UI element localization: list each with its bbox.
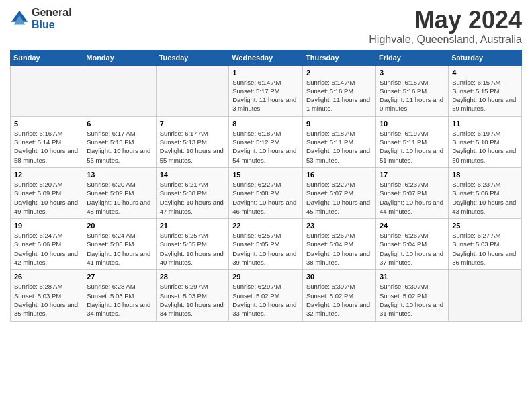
day-of-week-header: Friday	[375, 50, 448, 65]
calendar-week-row: 19Sunrise: 6:24 AM Sunset: 5:06 PM Dayli…	[11, 219, 522, 270]
calendar-week-row: 5Sunrise: 6:16 AM Sunset: 5:14 PM Daylig…	[11, 116, 522, 167]
calendar-cell: 2Sunrise: 6:14 AM Sunset: 5:16 PM Daylig…	[303, 65, 376, 116]
calendar-cell: 7Sunrise: 6:17 AM Sunset: 5:13 PM Daylig…	[156, 116, 229, 167]
calendar-header: SundayMondayTuesdayWednesdayThursdayFrid…	[11, 50, 522, 65]
day-number: 7	[160, 120, 226, 128]
calendar-cell: 17Sunrise: 6:23 AM Sunset: 5:07 PM Dayli…	[375, 167, 448, 218]
day-number: 24	[380, 222, 445, 230]
day-number: 4	[452, 68, 518, 77]
day-of-week-header: Sunday	[11, 50, 83, 65]
calendar-cell: 28Sunrise: 6:29 AM Sunset: 5:03 PM Dayli…	[156, 270, 229, 321]
day-number: 19	[14, 222, 79, 230]
calendar-cell	[83, 65, 156, 116]
day-of-week-header: Thursday	[303, 50, 376, 65]
day-info: Sunrise: 6:30 AM Sunset: 5:02 PM Dayligh…	[306, 282, 372, 318]
title-section: May 2024 Highvale, Queensland, Australia	[369, 7, 522, 46]
day-info: Sunrise: 6:18 AM Sunset: 5:11 PM Dayligh…	[306, 129, 372, 165]
day-info: Sunrise: 6:18 AM Sunset: 5:12 PM Dayligh…	[232, 129, 299, 165]
day-number: 13	[87, 171, 152, 179]
day-info: Sunrise: 6:28 AM Sunset: 5:03 PM Dayligh…	[14, 282, 79, 318]
calendar-cell: 6Sunrise: 6:17 AM Sunset: 5:13 PM Daylig…	[83, 116, 156, 167]
calendar-cell: 18Sunrise: 6:23 AM Sunset: 5:06 PM Dayli…	[449, 167, 522, 218]
page-header: General Blue May 2024 Highvale, Queensla…	[10, 7, 522, 46]
calendar-cell: 14Sunrise: 6:21 AM Sunset: 5:08 PM Dayli…	[156, 167, 229, 218]
day-number: 12	[14, 171, 79, 179]
day-of-week-header: Monday	[83, 50, 156, 65]
calendar-cell: 13Sunrise: 6:20 AM Sunset: 5:09 PM Dayli…	[83, 167, 156, 218]
logo-general: General	[32, 7, 72, 19]
day-info: Sunrise: 6:14 AM Sunset: 5:17 PM Dayligh…	[232, 78, 299, 113]
day-number: 29	[232, 273, 299, 281]
day-info: Sunrise: 6:19 AM Sunset: 5:10 PM Dayligh…	[452, 129, 518, 165]
day-number: 2	[306, 68, 372, 77]
header-row: SundayMondayTuesdayWednesdayThursdayFrid…	[11, 50, 522, 65]
day-number: 3	[380, 68, 445, 77]
day-info: Sunrise: 6:17 AM Sunset: 5:13 PM Dayligh…	[87, 129, 152, 165]
day-of-week-header: Tuesday	[156, 50, 229, 65]
day-number: 6	[87, 120, 152, 128]
calendar-cell: 19Sunrise: 6:24 AM Sunset: 5:06 PM Dayli…	[11, 219, 83, 270]
calendar-cell: 12Sunrise: 6:20 AM Sunset: 5:09 PM Dayli…	[11, 167, 83, 218]
calendar-cell: 24Sunrise: 6:26 AM Sunset: 5:04 PM Dayli…	[375, 219, 448, 270]
day-info: Sunrise: 6:21 AM Sunset: 5:08 PM Dayligh…	[160, 180, 226, 216]
calendar-cell: 1Sunrise: 6:14 AM Sunset: 5:17 PM Daylig…	[229, 65, 303, 116]
day-info: Sunrise: 6:20 AM Sunset: 5:09 PM Dayligh…	[14, 180, 79, 216]
day-info: Sunrise: 6:25 AM Sunset: 5:05 PM Dayligh…	[232, 231, 299, 267]
day-number: 26	[14, 273, 79, 281]
day-info: Sunrise: 6:25 AM Sunset: 5:05 PM Dayligh…	[160, 231, 226, 267]
day-number: 10	[380, 120, 445, 128]
day-number: 27	[87, 273, 152, 281]
calendar-cell: 3Sunrise: 6:15 AM Sunset: 5:16 PM Daylig…	[375, 65, 448, 116]
day-info: Sunrise: 6:28 AM Sunset: 5:03 PM Dayligh…	[87, 282, 152, 318]
day-number: 8	[232, 120, 299, 128]
calendar-cell: 21Sunrise: 6:25 AM Sunset: 5:05 PM Dayli…	[156, 219, 229, 270]
day-number: 5	[14, 120, 79, 128]
calendar-cell	[156, 65, 229, 116]
day-number: 21	[160, 222, 226, 230]
day-info: Sunrise: 6:24 AM Sunset: 5:06 PM Dayligh…	[14, 231, 79, 267]
day-info: Sunrise: 6:23 AM Sunset: 5:07 PM Dayligh…	[380, 180, 445, 216]
calendar-cell: 29Sunrise: 6:29 AM Sunset: 5:02 PM Dayli…	[229, 270, 303, 321]
calendar-cell: 10Sunrise: 6:19 AM Sunset: 5:11 PM Dayli…	[375, 116, 448, 167]
day-number: 23	[306, 222, 372, 230]
calendar-cell	[449, 270, 522, 321]
day-number: 11	[452, 120, 518, 128]
day-info: Sunrise: 6:23 AM Sunset: 5:06 PM Dayligh…	[452, 180, 518, 216]
calendar-cell: 9Sunrise: 6:18 AM Sunset: 5:11 PM Daylig…	[303, 116, 376, 167]
day-info: Sunrise: 6:22 AM Sunset: 5:08 PM Dayligh…	[232, 180, 299, 216]
calendar-cell: 31Sunrise: 6:30 AM Sunset: 5:02 PM Dayli…	[375, 270, 448, 321]
day-info: Sunrise: 6:22 AM Sunset: 5:07 PM Dayligh…	[306, 180, 372, 216]
calendar-cell: 27Sunrise: 6:28 AM Sunset: 5:03 PM Dayli…	[83, 270, 156, 321]
logo-icon	[10, 9, 29, 28]
day-info: Sunrise: 6:26 AM Sunset: 5:04 PM Dayligh…	[306, 231, 372, 267]
calendar-cell: 20Sunrise: 6:24 AM Sunset: 5:05 PM Dayli…	[83, 219, 156, 270]
calendar-cell: 5Sunrise: 6:16 AM Sunset: 5:14 PM Daylig…	[11, 116, 83, 167]
calendar-cell: 8Sunrise: 6:18 AM Sunset: 5:12 PM Daylig…	[229, 116, 303, 167]
calendar-cell	[11, 65, 83, 116]
day-info: Sunrise: 6:19 AM Sunset: 5:11 PM Dayligh…	[380, 129, 445, 165]
day-number: 17	[380, 171, 445, 179]
calendar-cell: 23Sunrise: 6:26 AM Sunset: 5:04 PM Dayli…	[303, 219, 376, 270]
logo-blue: Blue	[32, 19, 72, 31]
calendar-week-row: 12Sunrise: 6:20 AM Sunset: 5:09 PM Dayli…	[11, 167, 522, 218]
calendar-cell: 30Sunrise: 6:30 AM Sunset: 5:02 PM Dayli…	[303, 270, 376, 321]
calendar-cell: 15Sunrise: 6:22 AM Sunset: 5:08 PM Dayli…	[229, 167, 303, 218]
calendar-table: SundayMondayTuesdayWednesdayThursdayFrid…	[10, 50, 522, 322]
calendar-cell: 22Sunrise: 6:25 AM Sunset: 5:05 PM Dayli…	[229, 219, 303, 270]
day-number: 16	[306, 171, 372, 179]
day-number: 25	[452, 222, 518, 230]
day-info: Sunrise: 6:15 AM Sunset: 5:15 PM Dayligh…	[452, 78, 518, 113]
day-number: 31	[380, 273, 445, 281]
month-title: May 2024	[369, 7, 522, 34]
calendar-cell: 25Sunrise: 6:27 AM Sunset: 5:03 PM Dayli…	[449, 219, 522, 270]
day-info: Sunrise: 6:27 AM Sunset: 5:03 PM Dayligh…	[452, 231, 518, 267]
day-info: Sunrise: 6:24 AM Sunset: 5:05 PM Dayligh…	[87, 231, 152, 267]
day-number: 14	[160, 171, 226, 179]
day-info: Sunrise: 6:26 AM Sunset: 5:04 PM Dayligh…	[380, 231, 445, 267]
day-number: 30	[306, 273, 372, 281]
day-number: 28	[160, 273, 226, 281]
calendar-week-row: 1Sunrise: 6:14 AM Sunset: 5:17 PM Daylig…	[11, 65, 522, 116]
day-info: Sunrise: 6:16 AM Sunset: 5:14 PM Dayligh…	[14, 129, 79, 165]
day-number: 9	[306, 120, 372, 128]
day-number: 18	[452, 171, 518, 179]
